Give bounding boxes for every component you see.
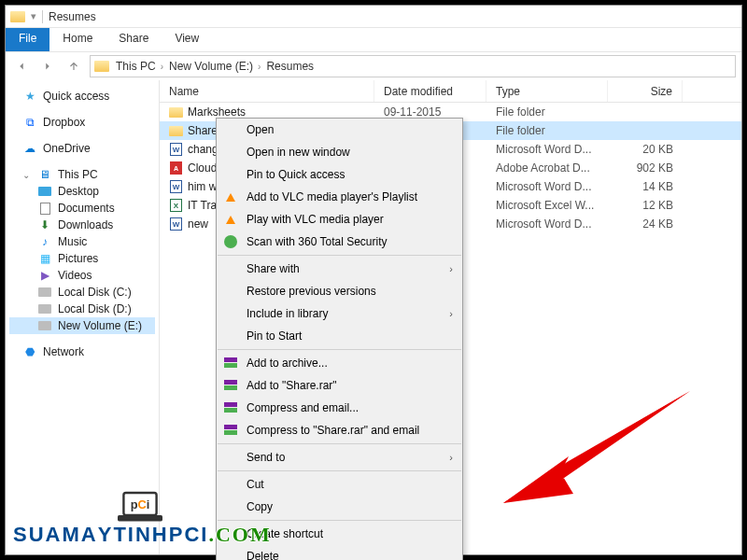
word-icon: W	[170, 180, 182, 193]
cm-add-share-rar[interactable]: Add to "Share.rar"	[217, 374, 462, 397]
cm-compress-email[interactable]: Compress and email...	[217, 397, 462, 419]
cm-scan-360[interactable]: Scan with 360 Total Security	[217, 231, 462, 253]
title-bar: ▾ Resumes	[6, 6, 741, 28]
separator	[218, 349, 461, 350]
folder-icon	[94, 61, 109, 72]
cm-pin-quick-access[interactable]: Pin to Quick access	[217, 163, 462, 186]
sidebar-videos[interactable]: ▶Videos	[9, 267, 155, 284]
ribbon-tabs: File Home Share View	[6, 28, 741, 52]
cm-restore-versions[interactable]: Restore previous versions	[217, 280, 462, 302]
column-date[interactable]: Date modified	[374, 80, 486, 102]
svg-text:pCi: pCi	[131, 497, 150, 511]
quick-access-bar-icon[interactable]: ▾	[31, 10, 36, 22]
svg-rect-4	[118, 515, 162, 521]
sidebar-onedrive[interactable]: ☁OneDrive	[9, 140, 155, 157]
breadcrumb-folder[interactable]: Resumes	[263, 60, 317, 73]
excel-icon: X	[170, 199, 182, 212]
cm-vlc-play[interactable]: Play with VLC media player	[217, 208, 462, 231]
cm-vlc-add-playlist[interactable]: Add to VLC media player's Playlist	[217, 186, 462, 208]
sidebar-dropbox[interactable]: ⧉Dropbox	[9, 114, 155, 131]
sidebar-downloads[interactable]: ⬇Downloads	[9, 217, 155, 233]
file-type: File folder	[486, 124, 608, 137]
nav-up-button[interactable]	[63, 56, 84, 77]
sidebar-this-pc[interactable]: ⌄🖥This PC	[9, 166, 155, 183]
file-name: Share	[188, 124, 218, 137]
desktop-icon	[38, 187, 51, 196]
file-type: Microsoft Word D...	[486, 180, 608, 193]
column-size[interactable]: Size	[608, 80, 683, 102]
chevron-right-icon: ›	[449, 452, 453, 463]
winrar-icon	[222, 355, 239, 371]
column-headers: Name Date modified Type Size	[160, 80, 741, 103]
folder-icon	[169, 107, 183, 118]
cm-add-archive[interactable]: Add to archive...	[217, 352, 462, 374]
cm-include-library[interactable]: Include in library›	[217, 302, 462, 325]
nav-back-button[interactable]	[11, 56, 32, 77]
cm-cut[interactable]: Cut	[217, 473, 462, 496]
cm-send-to[interactable]: Send to›	[217, 446, 462, 469]
navigation-sidebar: ★Quick access ⧉Dropbox ☁OneDrive ⌄🖥This …	[6, 80, 160, 554]
breadcrumb-thispc[interactable]: This PC›	[113, 60, 166, 73]
cm-compress-rar-email[interactable]: Compress to "Share.rar" and email	[217, 419, 462, 441]
chevron-right-icon: ›	[449, 308, 453, 319]
videos-icon: ▶	[37, 269, 52, 282]
file-type: Adobe Acrobat D...	[486, 161, 608, 175]
winrar-icon	[222, 399, 239, 416]
word-icon: W	[170, 217, 182, 231]
tab-share[interactable]: Share	[106, 28, 162, 51]
chevron-right-icon: ›	[449, 263, 453, 274]
separator	[218, 255, 461, 256]
folder-icon	[10, 11, 25, 22]
address-bar: This PC› New Volume (E:)› Resumes	[6, 52, 741, 80]
disk-icon	[38, 287, 51, 297]
sidebar-pictures[interactable]: ▦Pictures	[9, 250, 155, 267]
sidebar-network[interactable]: ⬣Network	[9, 343, 155, 360]
file-size: 902 KB	[608, 161, 683, 175]
file-type: Microsoft Excel W...	[486, 199, 608, 212]
cm-pin-start[interactable]: Pin to Start	[217, 325, 462, 347]
sidebar-music[interactable]: ♪Music	[9, 233, 155, 250]
cm-open[interactable]: Open	[217, 119, 462, 141]
pictures-icon: ▦	[37, 252, 52, 265]
folder-icon	[169, 126, 183, 136]
watermark-text: SUAMAYTINHPCI.COM	[13, 523, 271, 547]
file-size: 12 KB	[608, 199, 683, 212]
separator	[218, 520, 461, 521]
star-icon: ★	[22, 90, 37, 103]
cm-share-with[interactable]: Share with›	[217, 258, 462, 280]
vlc-icon	[222, 211, 239, 228]
sidebar-new-volume[interactable]: New Volume (E:)	[9, 317, 155, 334]
sidebar-documents[interactable]: Documents	[9, 200, 155, 217]
nav-forward-button[interactable]	[37, 56, 58, 77]
separator	[218, 443, 461, 444]
pc-icon: 🖥	[37, 168, 52, 181]
cm-open-new-window[interactable]: Open in new window	[217, 141, 462, 163]
file-type: Microsoft Word D...	[486, 143, 608, 156]
file-type: Microsoft Word D...	[486, 217, 608, 231]
disk-icon	[38, 304, 51, 314]
sidebar-desktop[interactable]: Desktop	[9, 183, 155, 200]
column-type[interactable]: Type	[486, 80, 608, 102]
column-name[interactable]: Name	[160, 80, 374, 102]
cloud-icon: ☁	[22, 142, 37, 155]
file-name: Marksheets	[188, 105, 246, 119]
breadcrumb-volume[interactable]: New Volume (E:)›	[166, 60, 263, 73]
shield-icon	[222, 233, 239, 250]
file-date: 09-11-2015	[374, 105, 486, 119]
tab-view[interactable]: View	[162, 28, 212, 51]
file-type: File folder	[486, 105, 608, 119]
file-size: 20 KB	[608, 143, 683, 156]
cm-delete[interactable]: Delete	[217, 545, 462, 560]
separator	[218, 470, 461, 471]
sidebar-quick-access[interactable]: ★Quick access	[9, 88, 155, 105]
address-input[interactable]: This PC› New Volume (E:)› Resumes	[90, 55, 736, 77]
cm-copy[interactable]: Copy	[217, 496, 462, 518]
context-menu: Open Open in new window Pin to Quick acc…	[216, 118, 463, 560]
dropbox-icon: ⧉	[22, 116, 37, 129]
music-icon: ♪	[37, 235, 52, 248]
tab-file[interactable]: File	[6, 28, 49, 51]
sidebar-disk-c[interactable]: Local Disk (C:)	[9, 284, 155, 301]
pdf-icon: A	[170, 161, 182, 175]
tab-home[interactable]: Home	[49, 28, 106, 51]
sidebar-disk-d[interactable]: Local Disk (D:)	[9, 301, 155, 317]
